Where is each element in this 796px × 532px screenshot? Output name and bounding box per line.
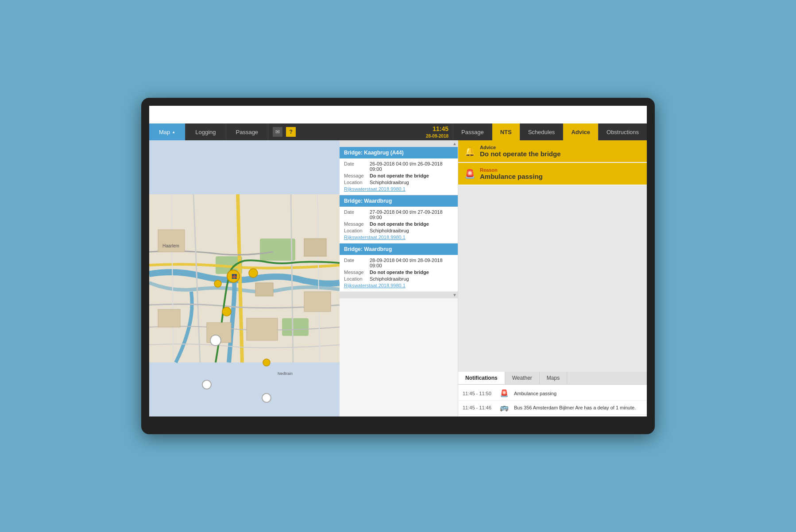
bridge-link-3[interactable]: Rijkswaterstaat.2018.9980.1: [344, 283, 453, 288]
reason-card: 🚨 Reason Ambulance passing: [458, 163, 647, 185]
bottom-section: Notifications Weather Maps 11:45 - 11:50…: [458, 372, 647, 416]
msg-label-1: Message: [344, 173, 367, 178]
nav-tab-logging[interactable]: Logging: [185, 123, 226, 140]
svg-rect-4: [247, 318, 278, 340]
bridge-header-3: Bridge: Waardbrug: [340, 243, 458, 255]
advice-section: 🔔 Advice Do not operate the bridge 🚨 Rea…: [458, 140, 647, 185]
svg-rect-3: [282, 318, 309, 336]
svg-point-18: [263, 359, 270, 366]
bridge-card-2: Bridge: Waardbrug Date 27-09-2018 04:00 …: [340, 195, 458, 243]
svg-text:Haarlem: Haarlem: [162, 243, 179, 248]
tab-schedules[interactable]: Schedules: [520, 123, 563, 140]
advice-label: Advice: [480, 145, 561, 150]
notif-row-2: 11:45 - 11:46 🚌 Bus 356 Amsterdam Bijlme…: [458, 401, 647, 415]
tab-notifications[interactable]: Notifications: [458, 372, 505, 384]
right-tabs: Passage NTS Schedules Advice Obstruction…: [453, 123, 647, 140]
tab-maps[interactable]: Maps: [540, 372, 567, 384]
map-area[interactable]: Haarlem Nedtrain 🌉: [149, 140, 340, 416]
right-panel: 🔔 Advice Do not operate the bridge 🚨 Rea…: [458, 140, 647, 416]
notif-time-1: 11:45 - 11:50: [463, 391, 495, 396]
scroll-up[interactable]: ▲: [452, 141, 457, 146]
svg-point-16: [222, 307, 231, 316]
tab-passage[interactable]: Passage: [453, 123, 492, 140]
loc-label-1: Location: [344, 180, 367, 185]
svg-rect-8: [255, 283, 273, 296]
mail-icon[interactable]: ✉: [273, 127, 282, 137]
bridge-link-1[interactable]: Rijkswaterstaat.2018.9980.1: [344, 186, 453, 192]
reason-value: Ambulance passing: [480, 173, 543, 180]
bridge-card-3: Bridge: Waardbrug Date 28-09-2018 04:00 …: [340, 243, 458, 291]
svg-text:Nedtrain: Nedtrain: [278, 371, 293, 376]
bridge-header-2: Bridge: Waardbrug: [340, 195, 458, 207]
top-bar: [149, 106, 647, 123]
advice-icon: 🔔: [464, 146, 475, 157]
tab-nts[interactable]: NTS: [492, 123, 520, 140]
svg-point-20: [262, 393, 271, 402]
notif-msg-2: Bus 356 Amsterdam Bijlmer Are has a dela…: [514, 405, 636, 410]
nav-bar: Map ▲ Logging Passage ✉ ? 11:45 28-09-20…: [149, 123, 647, 140]
tab-weather[interactable]: Weather: [505, 372, 540, 384]
advice-card: 🔔 Advice Do not operate the bridge: [458, 140, 647, 162]
advice-value: Do not operate the bridge: [480, 150, 561, 158]
svg-point-19: [210, 335, 221, 346]
date-label-1: Date: [344, 161, 367, 172]
tab-obstructions[interactable]: Obstructions: [598, 123, 647, 140]
nav-tab-map[interactable]: Map ▲: [149, 123, 185, 140]
grey-spacer: [458, 185, 647, 372]
svg-rect-10: [158, 230, 185, 252]
svg-rect-6: [158, 309, 180, 327]
bridge-header-1: Bridge: Kaagbrug (A44): [340, 147, 458, 158]
reason-icon: 🚨: [464, 169, 475, 179]
bridge-card-1: Bridge: Kaagbrug (A44) Date 26-09-2018 0…: [340, 147, 458, 194]
notif-msg-1: Ambulance passing: [514, 391, 556, 396]
bottom-tabs: Notifications Weather Maps: [458, 372, 647, 385]
center-panel: ▲ Bridge: Kaagbrug (A44) Date 26-09-2018…: [340, 140, 458, 416]
bridge-link-2[interactable]: Rijkswaterstaat.2018.9980.1: [344, 235, 453, 240]
notif-row-1: 11:45 - 11:50 🚨 Ambulance passing: [458, 386, 647, 401]
help-icon[interactable]: ?: [286, 127, 296, 137]
svg-point-15: [249, 269, 258, 278]
monitor: Map ▲ Logging Passage ✉ ? 11:45 28-09-20…: [141, 98, 655, 434]
screen: Map ▲ Logging Passage ✉ ? 11:45 28-09-20…: [149, 106, 647, 416]
tab-advice[interactable]: Advice: [563, 123, 598, 140]
notif-icon-1: 🚨: [499, 389, 510, 397]
svg-rect-2: [260, 239, 295, 261]
svg-rect-5: [304, 292, 331, 312]
nav-time: 11:45 28-09-2018: [421, 123, 453, 140]
nav-tab-passage[interactable]: Passage: [226, 123, 269, 140]
loc-value-1: Schipholdraaibrug: [370, 180, 409, 185]
svg-point-17: [214, 280, 221, 287]
notif-time-2: 11:45 - 11:46: [463, 405, 495, 410]
svg-point-21: [202, 380, 211, 389]
notification-list: 11:45 - 11:50 🚨 Ambulance passing 11:45 …: [458, 385, 647, 416]
date-value-1: 26-09-2018 04:00 t/m 26-09-2018 09:00: [370, 161, 453, 172]
svg-text:🌉: 🌉: [232, 274, 237, 279]
svg-rect-9: [304, 239, 326, 256]
reason-label: Reason: [480, 167, 543, 173]
main-content: Haarlem Nedtrain 🌉: [149, 140, 647, 416]
msg-value-1: Do not operate the bridge: [370, 173, 429, 178]
scroll-down[interactable]: ▼: [452, 293, 457, 297]
notif-icon-2: 🚌: [499, 403, 510, 412]
nav-icons: ✉ ?: [268, 123, 300, 140]
